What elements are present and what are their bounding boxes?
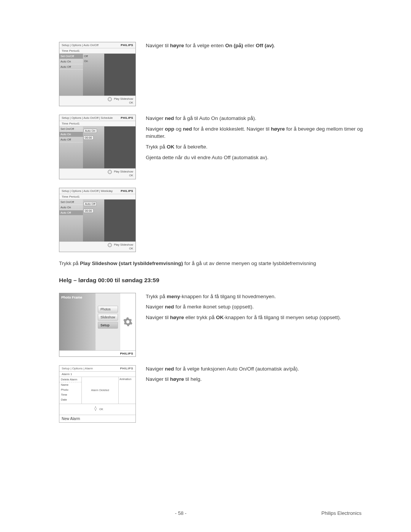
pill-time: 00:00 bbox=[83, 136, 94, 140]
instruction-text: Naviger ned for å gå til Auto On (automa… bbox=[146, 115, 381, 122]
footer-play: Play Slideshow bbox=[114, 170, 133, 174]
pill-time: 00:00 bbox=[83, 209, 94, 213]
time-period-label: Time Period1 bbox=[59, 48, 135, 54]
brand-logo: PHILIPS bbox=[121, 189, 133, 193]
svg-point-1 bbox=[95, 406, 96, 407]
menu-title: Photo Frame bbox=[59, 293, 96, 350]
publisher-label: Philips Electronics bbox=[322, 510, 362, 516]
alarm-right: Animation bbox=[119, 377, 135, 404]
instruction-text: Trykk på meny-knappen for å få tilgang t… bbox=[146, 293, 381, 300]
instruction-text: Trykk på OK for å bekrefte. bbox=[146, 143, 381, 151]
instruction-text: Naviger til høyre til helg. bbox=[146, 375, 381, 383]
option-on: On bbox=[83, 59, 104, 64]
menu-item-slideshow: Slideshow bbox=[98, 314, 118, 321]
list-item: Auto Off bbox=[59, 137, 83, 142]
breadcrumb: Setup | Options | Auto On/Off | Weekday bbox=[62, 189, 113, 193]
option-off: Off bbox=[83, 54, 104, 59]
alarm-status: Alarm Deleted bbox=[82, 377, 119, 404]
instruction-text: Naviger opp og ned for å endre klokkesle… bbox=[146, 125, 381, 140]
list-item: Auto Off bbox=[59, 210, 83, 216]
alarm-sub: Alarm 1 bbox=[59, 372, 135, 377]
dpad-icon bbox=[92, 406, 99, 412]
list-item: Date bbox=[59, 397, 81, 402]
list-item: Photo bbox=[59, 387, 81, 392]
instruction-text: Naviger til høyre for å velge enten On (… bbox=[146, 42, 381, 50]
pill-label: Auto On bbox=[83, 129, 97, 133]
screenshot-auto-off-weekday: Setup | Options | Auto On/Off | Weekday … bbox=[59, 188, 136, 252]
brand-logo: PHILIPS bbox=[120, 367, 133, 370]
list-item: Set On/Off bbox=[59, 200, 83, 205]
list-item: Name bbox=[59, 382, 81, 387]
time-period-label: Time Period1 bbox=[59, 121, 135, 126]
menu-item-photos: Photos bbox=[98, 306, 118, 313]
page-number: - 58 - bbox=[0, 510, 362, 516]
breadcrumb: Setup | Options | Auto On/Off bbox=[62, 43, 99, 47]
instruction-text: Naviger ned for å merke ikonet setup (op… bbox=[146, 303, 381, 311]
screenshot-alarm: Setup | Options | Alarm PHILIPS Alarm 1 … bbox=[59, 365, 136, 423]
footer-play: Play Slideshow bbox=[114, 97, 133, 101]
slideshow-instruction: Trykk på Play Slideshow (start lysbildef… bbox=[59, 260, 381, 266]
screenshot-main-menu: Photo Frame Photos Slideshow Setup PHILI… bbox=[59, 293, 136, 357]
screenshot-auto-onoff: Setup | Options | Auto On/Off PHILIPS Ti… bbox=[59, 42, 136, 106]
breadcrumb: Setup | Options | Alarm bbox=[62, 367, 93, 370]
menu-item-setup: Setup bbox=[98, 322, 118, 329]
svg-point-2 bbox=[95, 410, 96, 411]
nav-dot-icon bbox=[108, 97, 112, 101]
nav-dot-icon bbox=[108, 170, 112, 174]
ok-label: OK bbox=[99, 408, 103, 411]
list-item: Auto On bbox=[59, 132, 83, 137]
section-heading: Helg – lørdag 00:00 til søndag 23:59 bbox=[59, 277, 381, 284]
list-item: Time bbox=[59, 392, 81, 397]
screenshot-auto-on-schedule: Setup | Options | Auto On/Off | Schedule… bbox=[59, 115, 136, 179]
time-period-label: Time Period1 bbox=[59, 194, 135, 200]
instruction-text: Naviger til høyre eller trykk på OK-knap… bbox=[146, 314, 381, 321]
list-item: Auto Off bbox=[59, 64, 83, 70]
footer-ok: OK bbox=[129, 247, 133, 250]
pill-label: Auto Off bbox=[83, 202, 97, 206]
breadcrumb: Setup | Options | Auto On/Off | Schedule bbox=[62, 116, 113, 120]
footer-ok: OK bbox=[129, 174, 133, 177]
brand-logo: PHILIPS bbox=[59, 350, 135, 356]
nav-dot-icon bbox=[108, 243, 112, 247]
brand-logo: PHILIPS bbox=[121, 116, 133, 120]
svg-point-0 bbox=[94, 407, 96, 409]
instruction-text: Naviger ned for å velge funksjonen Auto … bbox=[146, 365, 381, 373]
list-item: Set On/Off bbox=[59, 54, 83, 59]
footer-play: Play Slideshow bbox=[114, 243, 133, 246]
new-alarm-label: New Alarm bbox=[59, 415, 135, 422]
list-item: Set On/Off bbox=[59, 126, 83, 132]
footer-ok: OK bbox=[129, 101, 133, 104]
gear-icon bbox=[123, 317, 133, 327]
brand-logo: PHILIPS bbox=[121, 43, 133, 47]
instruction-text: Gjenta dette når du vil endre Auto Off (… bbox=[146, 154, 381, 161]
list-item: Delete Alarm bbox=[59, 377, 81, 382]
list-item: Auto On bbox=[59, 59, 83, 64]
list-item: Auto On bbox=[59, 205, 83, 210]
